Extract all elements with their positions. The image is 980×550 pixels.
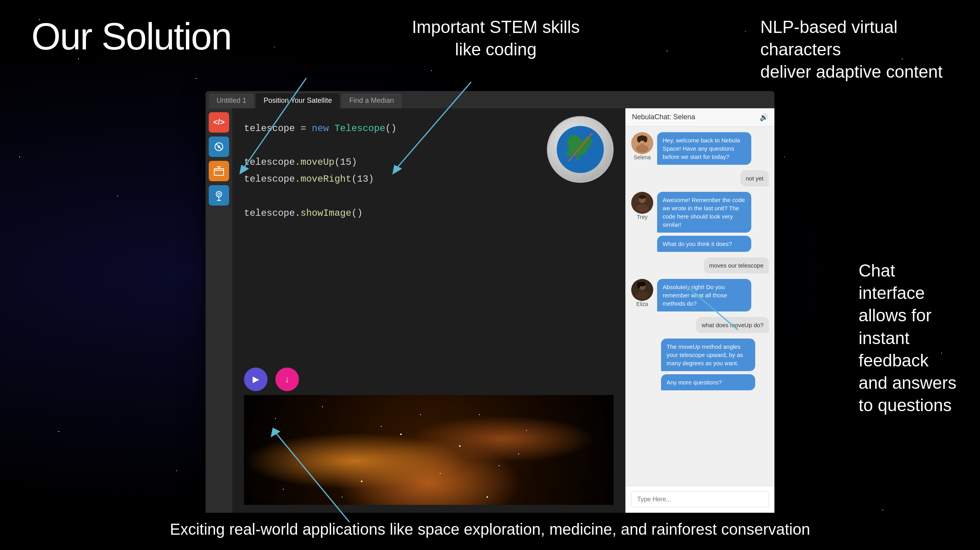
svg-point-26 [643,136,647,142]
trey-row: Trey Awesome! Remember the code we wrote… [631,192,769,252]
trey-avatar [631,192,653,214]
user-msg-3: what does moveUp do? [696,317,769,333]
svg-point-31 [639,195,646,199]
sidebar-scope-icon[interactable] [209,137,229,157]
chat-input-area [626,486,774,513]
chat-input[interactable] [631,492,769,507]
eliza-row-2: The moveUp method angles your telescope … [631,339,769,390]
earth-svg [553,122,608,177]
eliza-name: Eliza [631,301,653,307]
svg-point-21 [636,145,648,153]
tab-find-median[interactable]: Find a Median [341,93,402,108]
eliza-msg-3: Any more questions? [661,374,755,390]
selena-agent: Selena [631,132,653,160]
eliza-msg-1: Absolutely right! Do you remember what a… [657,279,751,311]
selena-avatar [631,132,653,154]
code-area: telescope = new Telescope() telescope.mo… [232,108,625,513]
play-button[interactable]: ▶ [244,368,268,391]
selena-row: Selena Hey, welcome back to Nebula Space… [631,132,769,165]
app-window: Untitled 1 Position Your Satellite Find … [206,91,774,513]
control-buttons: ▶ ↓ [244,362,614,395]
code-line-5 [244,188,614,204]
svg-point-8 [218,193,220,195]
svg-point-29 [636,204,648,212]
user-msg-2: moves our telescope [704,257,769,273]
bottom-text: Exciting real-world applications like sp… [0,513,980,550]
tab-position-satellite[interactable]: Position Your Satellite [256,93,340,108]
chat-panel: NebulaChat: Selena 🔊 [625,108,774,513]
svg-point-2 [218,146,220,148]
nlp-annotation: NLP-based virtual characters deliver ada… [760,16,949,83]
stem-annotation: Important STEM skills like coding [412,16,580,83]
our-solution-title: Our Solution [31,16,231,83]
space-image [244,395,614,505]
selena-msg-1: Hey, welcome back to Nebula Space! Have … [657,132,751,165]
tab-bar: Untitled 1 Position Your Satellite Find … [206,91,774,108]
chat-title: NebulaChat: Selena [632,113,695,121]
chat-annotation: Chat interface allows for instant feedba… [859,259,956,416]
sidebar-code-icon[interactable]: </> [209,112,229,133]
code-line-6: telescope.showImage() [244,205,614,222]
trey-msg-2: What do you think it does? [657,236,751,252]
svg-point-25 [637,136,641,142]
download-button[interactable]: ↓ [275,368,299,391]
chat-header: NebulaChat: Selena 🔊 [626,108,774,127]
eliza-avatar [631,279,653,301]
trey-agent: Trey [631,192,653,220]
eliza-row: Eliza Absolutely right! Do you remember … [631,279,769,311]
trey-msg-1: Awesome! Remember the code we wrote in t… [657,192,751,233]
svg-point-37 [637,282,640,289]
eliza-msg-2: The moveUp method angles your telescope … [661,339,755,371]
svg-point-34 [636,291,648,299]
chat-scroll[interactable]: Selena Hey, welcome back to Nebula Space… [626,127,774,486]
selena-name: Selena [631,154,653,160]
trey-name: Trey [631,214,653,220]
eliza-agent: Eliza [631,279,653,307]
user-msg-1: not yet [740,170,769,186]
app-sidebar: </> [206,108,232,513]
globe-visualization [547,116,614,183]
sidebar-telescope-icon[interactable] [209,185,229,206]
tab-untitled[interactable]: Untitled 1 [209,93,254,108]
svg-point-7 [216,191,222,197]
sidebar-box-icon[interactable] [209,161,229,181]
svg-rect-3 [214,169,224,175]
chat-sound-icon[interactable]: 🔊 [760,113,768,122]
